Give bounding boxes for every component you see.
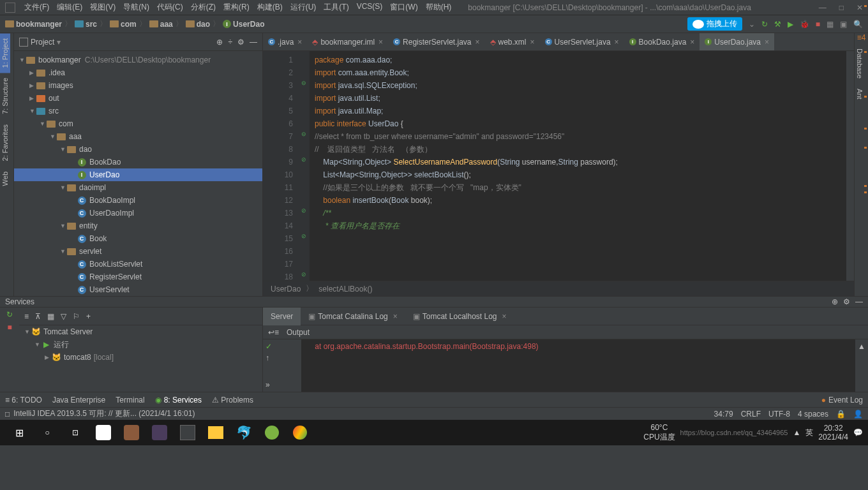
bookmark-icon[interactable]: ⚐ bbox=[73, 312, 80, 321]
breadcrumb-item[interactable]: aaa bbox=[149, 20, 173, 29]
editor-tab[interactable]: ⬘bookmanger.iml× bbox=[307, 33, 388, 51]
menu-item[interactable]: 窗口(W) bbox=[386, 1, 421, 14]
upload-button[interactable]: 拖拽上传 bbox=[687, 17, 742, 31]
svc-tree-item[interactable]: ▶🐱tomcat8[local] bbox=[19, 351, 262, 364]
close-icon[interactable]: × bbox=[297, 38, 302, 47]
editor-tab[interactable]: ⬘web.xml× bbox=[485, 33, 540, 51]
status-item[interactable]: UTF-8 bbox=[768, 410, 790, 419]
services-tab[interactable]: ▣Tomcat Localhost Log× bbox=[405, 308, 514, 325]
target-icon[interactable]: ⊕ bbox=[216, 38, 223, 47]
tree-item[interactable]: CUserServlet bbox=[14, 283, 262, 296]
stop-icon[interactable]: ■ bbox=[816, 20, 820, 29]
up-icon[interactable]: ↑ bbox=[266, 353, 299, 362]
status-item[interactable]: 34:79 bbox=[714, 410, 733, 419]
app-5[interactable]: 🐬 bbox=[230, 420, 258, 445]
hide-icon[interactable]: — bbox=[250, 38, 257, 47]
editor-bc-item[interactable]: selectALlBook() bbox=[318, 285, 372, 293]
inspector-icon[interactable]: 👤 bbox=[853, 410, 863, 419]
tree-item[interactable]: ▼com bbox=[14, 117, 262, 130]
menu-item[interactable]: 视图(V) bbox=[86, 1, 119, 14]
run-icon[interactable]: ▶ bbox=[788, 20, 793, 29]
menu-item[interactable]: 帮助(H) bbox=[422, 1, 456, 14]
breadcrumb-item[interactable]: bookmanger bbox=[5, 20, 62, 29]
editor-tab[interactable]: C.java× bbox=[263, 33, 307, 51]
menu-item[interactable]: 文件(F) bbox=[20, 1, 53, 14]
layout-icon[interactable]: ▦ bbox=[827, 20, 834, 29]
more-icon[interactable]: » bbox=[266, 380, 299, 389]
hammer-icon[interactable]: ⚒ bbox=[774, 20, 781, 29]
event-log[interactable]: ● Event Log bbox=[821, 396, 863, 405]
ime-icon[interactable]: 英 bbox=[805, 427, 813, 438]
expand-icon[interactable]: ⊕ bbox=[832, 297, 838, 306]
breadcrumb-item[interactable]: src bbox=[75, 20, 97, 29]
services-tab[interactable]: Server bbox=[263, 308, 301, 325]
close-icon[interactable]: × bbox=[765, 38, 769, 47]
tree-item[interactable]: IBookDao bbox=[14, 156, 262, 168]
group-icon[interactable]: ▦ bbox=[47, 312, 54, 321]
app-intellij[interactable] bbox=[174, 420, 202, 445]
tree-item[interactable]: CBookListServlet bbox=[14, 258, 262, 271]
editor-bc-item[interactable]: UserDao bbox=[271, 285, 301, 293]
collapse-icon[interactable]: ÷ bbox=[228, 38, 232, 47]
tree-item[interactable]: ▶images bbox=[14, 79, 262, 92]
app-explorer[interactable] bbox=[202, 420, 230, 445]
tree-item[interactable]: ▼bookmangerC:\Users\DELL\Desktop\bookman… bbox=[14, 54, 262, 66]
add-icon[interactable]: + bbox=[86, 312, 91, 321]
bottom-tab[interactable]: ◉ 8: Services bbox=[155, 396, 202, 405]
tree-item[interactable]: CRegisterServlet bbox=[14, 271, 262, 283]
debug-icon[interactable]: 🐞 bbox=[800, 20, 809, 29]
settings-icon[interactable]: ▣ bbox=[840, 20, 847, 29]
cortana-button[interactable]: ○ bbox=[33, 420, 61, 445]
app-baidu[interactable] bbox=[89, 420, 117, 445]
tree-item[interactable]: ▼entity bbox=[14, 219, 262, 232]
minimap[interactable] bbox=[846, 51, 854, 281]
bottom-tab[interactable]: ≡ 6: TODO bbox=[5, 396, 42, 405]
status-item[interactable]: CRLF bbox=[741, 410, 761, 419]
taskview-button[interactable]: ⊡ bbox=[61, 420, 89, 445]
app-3[interactable] bbox=[146, 420, 174, 445]
start-button[interactable]: ⊞ bbox=[5, 420, 33, 445]
hide-icon[interactable]: — bbox=[855, 297, 863, 306]
tree-item[interactable]: IUserDao bbox=[14, 168, 262, 181]
app-6[interactable] bbox=[258, 420, 286, 445]
tree-item[interactable]: ▼daoimpl bbox=[14, 181, 262, 194]
gear-icon[interactable]: ⚙ bbox=[843, 297, 850, 306]
stop-icon[interactable]: ■ bbox=[7, 323, 11, 332]
svc-tree-item[interactable]: ▼▶运行 bbox=[19, 338, 262, 351]
left-tab[interactable]: 2: Favorites bbox=[0, 119, 10, 166]
menu-item[interactable]: VCS(S) bbox=[353, 1, 387, 14]
maximize-button[interactable]: □ bbox=[839, 3, 844, 12]
bottom-tab[interactable]: ⚠ Problems bbox=[212, 396, 253, 405]
tree-item[interactable]: ▶.idea bbox=[14, 66, 262, 79]
breadcrumb-item[interactable]: IUserDao bbox=[223, 20, 264, 29]
services-tab[interactable]: ▣Tomcat Catalina Log× bbox=[301, 308, 405, 325]
lock-icon[interactable]: 🔒 bbox=[836, 410, 846, 419]
app-2[interactable] bbox=[117, 420, 146, 445]
right-tab[interactable]: Ant bbox=[855, 84, 865, 105]
tree-item[interactable]: ▶out bbox=[14, 92, 262, 105]
left-tab[interactable]: 7: Structure bbox=[0, 73, 10, 119]
bottom-tab[interactable]: Java Enterprise bbox=[52, 396, 105, 405]
right-tab[interactable]: Database bbox=[855, 43, 865, 84]
svc-tree-item[interactable]: ▼🐱Tomcat Server bbox=[19, 325, 262, 338]
expand-icon[interactable]: ⊼ bbox=[35, 312, 41, 321]
menu-item[interactable]: 构建(B) bbox=[253, 1, 287, 14]
search-icon[interactable]: 🔍 bbox=[853, 20, 863, 29]
menu-item[interactable]: 代码(C) bbox=[153, 1, 187, 14]
editor-tab[interactable]: IUserDao.java× bbox=[700, 33, 774, 51]
tray-icon[interactable]: ▲ bbox=[793, 428, 800, 437]
rerun-icon[interactable]: ↻ bbox=[6, 310, 13, 319]
notification-icon[interactable]: 💬 bbox=[853, 428, 863, 437]
status-item[interactable]: 4 spaces bbox=[798, 410, 828, 419]
breadcrumb-item[interactable]: dao bbox=[186, 20, 210, 29]
menu-item[interactable]: 导航(N) bbox=[119, 1, 153, 14]
menu-item[interactable]: 分析(Z) bbox=[187, 1, 220, 14]
tree-item[interactable]: CBook bbox=[14, 232, 262, 245]
close-button[interactable]: ✕ bbox=[857, 3, 863, 12]
menu-item[interactable]: 运行(U) bbox=[287, 1, 320, 14]
output-text[interactable]: at org.apache.catalina.startup.Bootstrap… bbox=[301, 339, 855, 392]
gear-icon[interactable]: ⚙ bbox=[237, 38, 244, 47]
tree-item[interactable]: ▼servlet bbox=[14, 245, 262, 258]
tree-item[interactable]: ▼aaa bbox=[14, 130, 262, 143]
project-panel-title[interactable]: Project ▾ bbox=[19, 38, 61, 47]
